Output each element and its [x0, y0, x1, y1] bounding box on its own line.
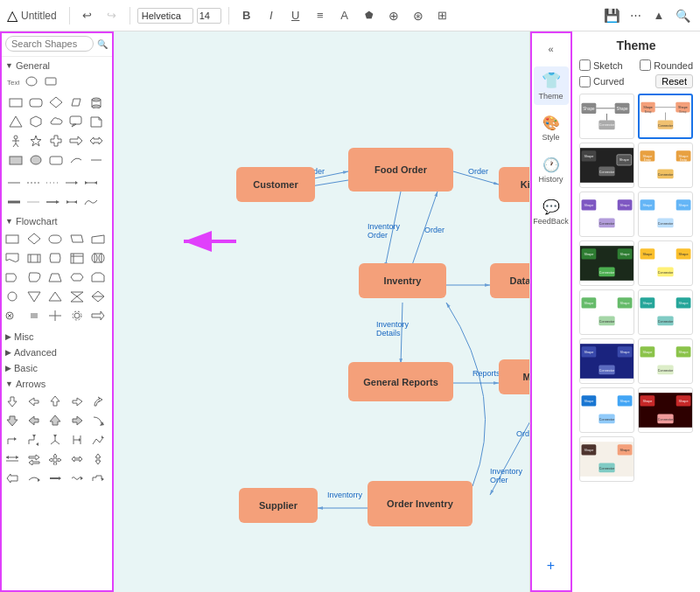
shape-arrow-both[interactable]: [63, 193, 80, 211]
align-button[interactable]: ≡: [310, 5, 331, 26]
rounded-check-label[interactable]: Rounded: [640, 59, 693, 71]
shape-cylinder[interactable]: [88, 94, 105, 111]
arr-up[interactable]: [46, 393, 64, 410]
shape-cross[interactable]: [47, 132, 65, 150]
collapse-button[interactable]: «: [539, 38, 564, 59]
shape-parallelogram[interactable]: [67, 94, 85, 111]
fc-no[interactable]: [4, 307, 21, 324]
fc-data[interactable]: [68, 230, 86, 247]
fc-loop-limit[interactable]: [89, 268, 107, 286]
shape-hexagon[interactable]: [27, 113, 45, 130]
reset-button[interactable]: Reset: [655, 74, 693, 88]
sketch-checkbox[interactable]: [579, 59, 591, 71]
arr-wave[interactable]: [68, 470, 86, 487]
node-general-reports[interactable]: General Reports: [348, 362, 453, 401]
shape-line-thin[interactable]: [24, 193, 42, 211]
arr-zigzag[interactable]: [89, 431, 107, 449]
node-customer[interactable]: Customer: [236, 167, 315, 202]
arr-left2[interactable]: [25, 412, 43, 429]
shape-ellipse-outline[interactable]: [23, 73, 40, 90]
fc-manual-loop[interactable]: [46, 268, 64, 286]
shape-text[interactable]: Text: [4, 73, 21, 90]
search-input[interactable]: [5, 36, 94, 52]
shape-ellipse-filled[interactable]: [27, 151, 45, 169]
node-manager[interactable]: Manager: [499, 359, 529, 394]
undo-button[interactable]: ↩: [77, 5, 98, 26]
extra-plus-button[interactable]: +: [534, 547, 569, 585]
shape-rect-filled[interactable]: [7, 151, 24, 169]
fc-manual-input[interactable]: [89, 230, 107, 247]
theme-card-9[interactable]: ShapeShapeConnector: [579, 289, 634, 335]
group-flowchart[interactable]: ▼ Flowchart: [0, 212, 113, 228]
underline-button[interactable]: U: [285, 5, 306, 26]
sidebar-theme-button[interactable]: 👕 Theme: [534, 66, 569, 105]
group-general[interactable]: ▼ General: [0, 57, 113, 73]
shape-line[interactable]: [88, 151, 105, 169]
arr-step[interactable]: [25, 431, 43, 449]
export-button[interactable]: ▲: [648, 5, 669, 26]
text-format-button[interactable]: A: [334, 5, 355, 26]
theme-card-5[interactable]: ShapeShapeConnector: [579, 192, 634, 237]
arr-long-right[interactable]: [46, 470, 64, 487]
curved-checkbox[interactable]: [579, 76, 591, 87]
arr-bent[interactable]: [4, 431, 21, 449]
node-order-inventory[interactable]: Order Inventry: [368, 481, 472, 526]
arr-updown[interactable]: [89, 450, 107, 468]
arr-exchange[interactable]: [25, 450, 43, 468]
shape-line-dashed[interactable]: [24, 174, 42, 192]
sidebar-history-button[interactable]: 🕐 History: [534, 150, 569, 189]
font-input[interactable]: [137, 8, 193, 24]
fc-collate[interactable]: [68, 288, 86, 305]
shape-rect-outline[interactable]: [42, 73, 60, 90]
shape-wave[interactable]: [82, 193, 100, 211]
shape-arrow-double-line[interactable]: [82, 174, 100, 192]
theme-card-10[interactable]: ShapeShapeConnector: [638, 289, 693, 335]
curved-check-label[interactable]: Curved: [579, 76, 624, 87]
group-advanced[interactable]: ▶ Advanced: [0, 344, 113, 359]
node-inventory[interactable]: Inventry: [359, 263, 446, 298]
shape-rounded-rect[interactable]: [27, 94, 45, 111]
theme-card-3[interactable]: ShapeConnectorShape: [579, 143, 634, 188]
fc-extract[interactable]: [46, 288, 64, 305]
fontsize-input[interactable]: [197, 8, 221, 24]
theme-card-13[interactable]: ShapeShapeConnector: [579, 387, 634, 433]
arr-curved-h[interactable]: [25, 470, 43, 487]
group-misc[interactable]: ▶ Misc: [0, 328, 113, 344]
sidebar-style-button[interactable]: 🎨 Style: [534, 108, 569, 147]
arr-up2[interactable]: [46, 412, 64, 429]
arr-fork[interactable]: [46, 431, 64, 449]
shape-star[interactable]: [27, 132, 45, 150]
theme-card-15[interactable]: ShapeShapeConnector: [579, 436, 634, 482]
theme-card-14[interactable]: ShapeShapeConnector: [638, 387, 693, 433]
theme-card-6[interactable]: ShapeShapeConnector: [638, 192, 693, 237]
shape-diamond[interactable]: [47, 94, 65, 111]
arr-left3[interactable]: [4, 470, 21, 487]
shape-triangle[interactable]: [7, 113, 24, 130]
italic-button[interactable]: I: [261, 5, 282, 26]
fc-document[interactable]: [4, 249, 21, 267]
sidebar-feedback-button[interactable]: 💬 FeedBack: [534, 192, 569, 231]
fc-gear[interactable]: [68, 307, 86, 324]
node-food-order[interactable]: Food Order: [348, 148, 453, 192]
shape-arrow-right[interactable]: [67, 132, 85, 150]
arr-h-arrow[interactable]: [68, 450, 86, 468]
fc-preparation[interactable]: [68, 268, 86, 286]
arr-curve2[interactable]: [89, 412, 107, 429]
shape-arrow-end[interactable]: [44, 193, 61, 211]
bold-button[interactable]: B: [236, 5, 257, 26]
shape-note[interactable]: [88, 113, 105, 130]
fc-direct-data[interactable]: [89, 249, 107, 267]
fc-start-end[interactable]: [4, 288, 21, 305]
fc-merge[interactable]: [25, 288, 43, 305]
group-basic[interactable]: ▶ Basic: [0, 359, 113, 375]
shape-line-plain[interactable]: [5, 174, 23, 192]
arr-curve-right[interactable]: [89, 393, 107, 410]
fc-predefined-process[interactable]: [25, 249, 43, 267]
table-button[interactable]: ⊞: [432, 5, 453, 26]
arr-left[interactable]: [25, 393, 43, 410]
fc-cross[interactable]: [46, 307, 64, 324]
theme-card-7[interactable]: ShapeShapeConnector: [579, 240, 634, 286]
search-button[interactable]: 🔍: [672, 5, 693, 26]
fc-display[interactable]: [25, 268, 43, 286]
group-arrows[interactable]: ▼ Arrows: [0, 375, 113, 391]
